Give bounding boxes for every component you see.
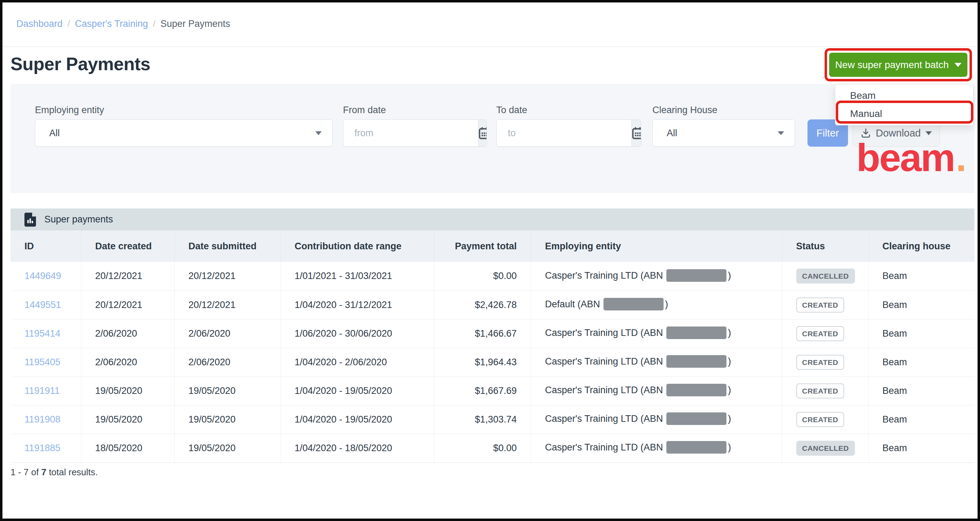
menu-item-manual[interactable]: Manual [835,105,973,123]
payment-id-link[interactable]: 1191885 [24,443,60,453]
column-header-employing-entity: Employing entity [531,230,782,262]
payment-id-link[interactable]: 1191908 [24,414,60,425]
from-date-label: From date [343,105,386,116]
header-divider [2,46,978,47]
new-batch-annotation: New super payment batch [824,48,972,81]
table-row: 11954052/06/20202/06/20201/04/2020 - 2/0… [11,348,974,376]
cell-contribution-range: 1/04/2020 - 31/12/2021 [280,291,434,319]
status-badge: CREATED [796,326,844,341]
from-date-group [343,119,487,147]
cell-clearing-house: Beam [868,348,974,376]
beam-logo: beam. [856,138,966,177]
chevron-down-icon [926,131,932,135]
cell-id: 1449551 [11,291,81,319]
table-row: 119188518/05/202019/05/20201/04/2020 - 1… [11,434,974,462]
cell-payment-total: $1,466.67 [434,319,531,348]
calendar-icon [632,127,641,139]
table-row: 119191119/05/202019/05/20201/04/2020 - 1… [11,376,974,405]
cell-id: 1191885 [11,434,81,462]
employing-entity-text: Casper's Training LTD (ABN [545,356,663,367]
breadcrumb-item-casper-s-training[interactable]: Casper's Training [75,19,148,29]
status-badge: CREATED [796,412,844,427]
cell-date-created: 18/05/2020 [81,434,174,462]
cell-employing-entity: Casper's Training LTD (ABN) [531,262,782,291]
results-summary: 1 - 7 of 7 total results. [11,467,98,478]
employing-entity-label: Employing entity [35,105,104,116]
chevron-down-icon [778,131,784,135]
employing-entity-paren: ) [728,327,731,338]
cell-contribution-range: 1/04/2020 - 19/05/2020 [280,376,434,405]
cell-id: 1195414 [11,319,81,348]
payment-id-link[interactable]: 1195405 [24,357,60,367]
super-payments-panel: Super payments IDDate createdDate submit… [11,208,974,463]
beam-logo-word: beam [856,136,955,179]
report-icon [24,213,36,227]
employing-entity-select[interactable]: All [35,119,332,147]
column-header-status: Status [782,230,868,262]
panel-header: Super payments [11,208,974,230]
cell-contribution-range: 1/04/2020 - 19/05/2020 [280,405,434,434]
abn-redaction-bar [667,384,727,396]
column-header-clearing-house: Clearing house [868,230,974,262]
cell-status: CREATED [782,348,868,376]
cell-id: 1191908 [11,405,81,434]
payment-id-link[interactable]: 1191911 [24,386,60,396]
column-header-date-created: Date created [81,230,174,262]
cell-clearing-house: Beam [868,376,974,405]
cell-status: CREATED [782,376,868,405]
employing-entity-paren: ) [728,385,731,395]
table-header-row: IDDate createdDate submittedContribution… [11,230,974,262]
abn-redaction-bar [667,327,727,339]
cell-contribution-range: 1/06/2020 - 30/06/2020 [280,319,434,348]
cell-clearing-house: Beam [868,262,974,291]
chevron-down-icon [315,131,322,135]
employing-entity-paren: ) [728,270,731,281]
status-badge: CREATED [796,297,844,313]
employing-entity-text: Casper's Training LTD (ABN [545,442,663,453]
breadcrumb-separator: / [153,19,156,29]
to-date-calendar-button[interactable] [632,120,641,146]
from-date-calendar-button[interactable] [478,120,487,146]
cell-clearing-house: Beam [868,434,974,462]
cell-contribution-range: 1/04/2020 - 2/06/2020 [280,348,434,376]
cell-contribution-range: 1/01/2021 - 31/03/2021 [280,262,434,291]
filter-panel: Employing entity From date To date Clear… [11,84,974,193]
calendar-icon [479,127,487,139]
new-batch-label: New super payment batch [835,59,948,70]
cell-date-submitted: 20/12/2021 [174,291,280,319]
cell-date-created: 20/12/2021 [81,291,174,319]
employing-entity-text: Casper's Training LTD (ABN [545,385,663,395]
table-row: 11954142/06/20202/06/20201/06/2020 - 30/… [11,319,974,348]
new-super-payment-batch-button[interactable]: New super payment batch [829,53,967,77]
cell-employing-entity: Casper's Training LTD (ABN) [531,319,782,348]
payment-id-link[interactable]: 1195414 [24,328,60,339]
payment-id-link[interactable]: 1449649 [24,271,61,281]
breadcrumb-separator: / [67,19,70,29]
table-row: 144955120/12/202120/12/20211/04/2020 - 3… [11,291,974,319]
cell-status: CREATED [782,291,868,319]
from-date-input[interactable] [343,120,478,146]
breadcrumb-item-dashboard[interactable]: Dashboard [16,19,62,29]
chevron-down-icon [955,63,961,67]
employing-entity-paren: ) [728,356,731,367]
cell-clearing-house: Beam [868,291,974,319]
to-date-input[interactable] [496,120,632,146]
employing-entity-text: Casper's Training LTD (ABN [545,413,663,424]
clearing-house-value: All [667,128,677,139]
cell-employing-entity: Casper's Training LTD (ABN) [531,434,782,462]
cell-payment-total: $0.00 [434,434,531,462]
payment-id-link[interactable]: 1449551 [24,300,61,310]
cell-payment-total: $1,303.74 [434,405,531,434]
super-payments-table: IDDate createdDate submittedContribution… [11,230,974,463]
employing-entity-paren: ) [665,299,668,310]
table-row: 119190819/05/202019/05/20201/04/2020 - 1… [11,405,974,434]
abn-redaction-bar [667,412,727,425]
menu-item-beam[interactable]: Beam [835,87,973,105]
clearing-house-select[interactable]: All [652,119,795,147]
cell-date-submitted: 19/05/2020 [174,405,280,434]
cell-id: 1449649 [11,262,81,291]
breadcrumb: Dashboard/Casper's Training/Super Paymen… [16,19,230,29]
cell-clearing-house: Beam [868,405,974,434]
cell-contribution-range: 1/04/2020 - 18/05/2020 [280,434,434,462]
beam-logo-dot: . [956,136,966,179]
